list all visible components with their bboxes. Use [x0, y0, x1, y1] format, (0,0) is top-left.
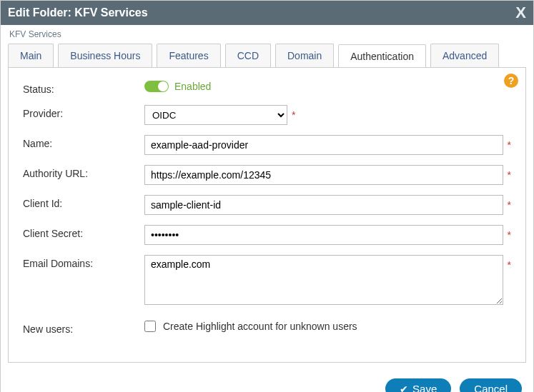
- provider-label: Provider:: [23, 105, 144, 119]
- email-domains-textarea[interactable]: [144, 255, 503, 305]
- client-secret-input[interactable]: [144, 225, 503, 245]
- save-button-label: Save: [412, 383, 437, 392]
- tab-bar: Main Business Hours Features CCD Domain …: [1, 44, 533, 67]
- tab-ccd[interactable]: CCD: [225, 44, 271, 67]
- new-users-checkbox-wrap[interactable]: Create Highlight account for unknown use…: [144, 321, 357, 332]
- new-users-label: New users:: [23, 321, 144, 335]
- row-new-users: New users: Create Highlight account for …: [23, 321, 511, 335]
- tab-advanced[interactable]: Advanced: [430, 44, 499, 67]
- new-users-checkbox-label: Create Highlight account for unknown use…: [163, 321, 357, 332]
- row-authority-url: Authority URL: *: [23, 165, 511, 185]
- authority-url-label: Authority URL:: [23, 165, 144, 179]
- tab-domain[interactable]: Domain: [275, 44, 334, 67]
- breadcrumb: KFV Services: [1, 25, 533, 44]
- client-id-label: Client Id:: [23, 195, 144, 209]
- row-name: Name: *: [23, 135, 511, 155]
- edit-folder-dialog: Edit Folder: KFV Services X KFV Services…: [0, 0, 534, 392]
- required-marker: *: [508, 165, 511, 185]
- help-icon[interactable]: ?: [504, 74, 518, 88]
- authority-url-input[interactable]: [144, 165, 503, 185]
- cancel-button-label: Cancel: [474, 383, 508, 392]
- row-provider: Provider: OIDC *: [23, 105, 511, 125]
- dialog-title: Edit Folder: KFV Services: [8, 6, 148, 19]
- status-toggle[interactable]: [144, 81, 169, 92]
- required-marker: *: [508, 135, 511, 155]
- check-icon: ✔: [400, 383, 408, 393]
- status-label: Status:: [23, 81, 144, 95]
- cancel-button[interactable]: Cancel: [460, 378, 522, 392]
- email-domains-label: Email Domains:: [23, 255, 144, 269]
- authentication-panel: ? Status: Enabled Provider: OIDC * Name:…: [8, 67, 526, 363]
- tab-features[interactable]: Features: [157, 44, 220, 67]
- name-input[interactable]: [144, 135, 503, 155]
- status-text: Enabled: [174, 81, 211, 92]
- client-secret-label: Client Secret:: [23, 225, 144, 239]
- close-icon[interactable]: X: [515, 5, 526, 21]
- required-marker: *: [508, 225, 511, 245]
- required-marker: *: [508, 195, 511, 215]
- required-marker: *: [292, 105, 295, 125]
- row-client-id: Client Id: *: [23, 195, 511, 215]
- name-label: Name:: [23, 135, 144, 149]
- new-users-checkbox[interactable]: [144, 321, 156, 332]
- row-status: Status: Enabled: [23, 81, 511, 95]
- client-id-input[interactable]: [144, 195, 503, 215]
- save-button[interactable]: ✔ Save: [385, 378, 451, 392]
- row-client-secret: Client Secret: *: [23, 225, 511, 245]
- required-marker: *: [508, 255, 511, 275]
- tab-authentication[interactable]: Authentication: [338, 44, 426, 68]
- dialog-footer: ✔ Save Cancel: [1, 374, 533, 392]
- provider-select[interactable]: OIDC: [144, 105, 287, 125]
- titlebar: Edit Folder: KFV Services X: [1, 1, 533, 25]
- row-email-domains: Email Domains: *: [23, 255, 511, 305]
- tab-business-hours[interactable]: Business Hours: [58, 44, 152, 67]
- tab-main[interactable]: Main: [8, 44, 54, 67]
